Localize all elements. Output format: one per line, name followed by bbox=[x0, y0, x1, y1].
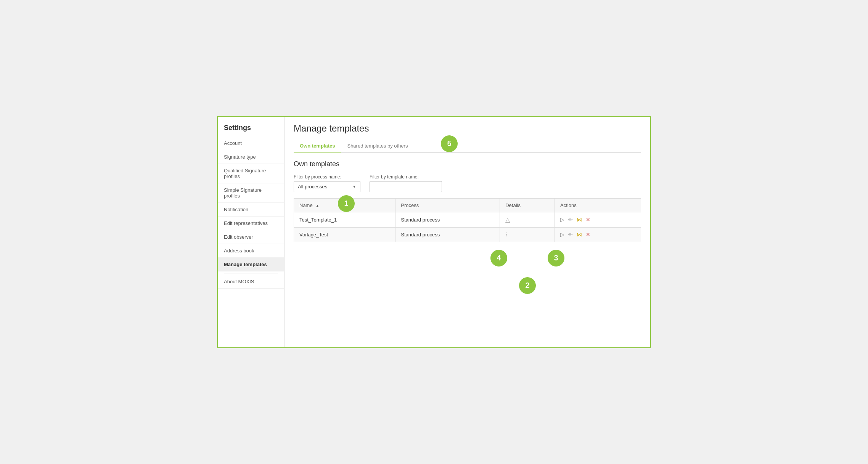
sidebar-item-edit-observer[interactable]: Edit observer bbox=[218, 230, 284, 244]
badge-5: 5 bbox=[441, 135, 458, 152]
sort-arrow-icon: ▲ bbox=[315, 204, 319, 208]
col-actions: Actions bbox=[555, 198, 641, 212]
filter-template-input[interactable] bbox=[370, 181, 442, 192]
sidebar-title: Settings bbox=[218, 122, 284, 136]
row1-delete-icon[interactable]: ✕ bbox=[586, 217, 590, 223]
badge-4: 4 bbox=[490, 250, 507, 267]
sidebar-item-manage-templates[interactable]: Manage templates bbox=[218, 258, 284, 271]
row2-play-icon[interactable]: ▷ bbox=[560, 231, 564, 238]
sidebar-item-signature-type[interactable]: Signature type bbox=[218, 150, 284, 164]
col-process: Process bbox=[395, 198, 500, 212]
row2-process: Standard process bbox=[395, 227, 500, 242]
row1-share-icon[interactable]: ⋈ bbox=[577, 217, 582, 223]
table-row: Vorlage_Test Standard process i ▷ ✏ ⋈ ✕ bbox=[294, 227, 641, 242]
sidebar-item-about-moxis[interactable]: About MOXIS bbox=[218, 275, 284, 289]
row2-edit-icon[interactable]: ✏ bbox=[568, 231, 573, 238]
row1-edit-icon[interactable]: ✏ bbox=[568, 217, 573, 223]
badge-1: 1 bbox=[338, 195, 355, 212]
page-title: Manage templates bbox=[294, 123, 641, 134]
sidebar: Settings Account Signature type Qualifie… bbox=[218, 117, 285, 347]
row1-play-icon[interactable]: ▷ bbox=[560, 217, 564, 223]
row1-process: Standard process bbox=[395, 212, 500, 227]
row2-name: Vorlage_Test bbox=[294, 227, 395, 242]
sidebar-item-notification[interactable]: Notification bbox=[218, 203, 284, 217]
filter-process-label: Filter by process name: bbox=[294, 174, 360, 180]
tab-shared-templates[interactable]: Shared templates by others bbox=[341, 140, 414, 153]
row1-name: Test_Template_1 bbox=[294, 212, 395, 227]
sidebar-item-edit-representatives[interactable]: Edit representatives bbox=[218, 217, 284, 230]
col-details: Details bbox=[500, 198, 555, 212]
row2-detail: i bbox=[500, 227, 555, 242]
badge-2: 2 bbox=[519, 277, 536, 294]
warning-icon: △ bbox=[505, 217, 510, 223]
sidebar-item-account[interactable]: Account bbox=[218, 136, 284, 150]
filter-process-value: All processes bbox=[298, 184, 327, 189]
row2-actions: ▷ ✏ ⋈ ✕ bbox=[555, 227, 641, 242]
chevron-down-icon: ▼ bbox=[352, 185, 356, 189]
main-content: 1 2 3 4 5 Manage templates Own templates… bbox=[285, 117, 650, 347]
table-row: Test_Template_1 Standard process △ ▷ ✏ ⋈… bbox=[294, 212, 641, 227]
filter-template-group: Filter by template name: bbox=[370, 174, 442, 192]
section-title: Own templates bbox=[294, 160, 641, 168]
filters-row: Filter by process name: All processes ▼ … bbox=[294, 174, 641, 192]
sidebar-item-address-book[interactable]: Address book bbox=[218, 244, 284, 258]
row2-share-icon[interactable]: ⋈ bbox=[577, 231, 582, 238]
badge-3: 3 bbox=[548, 250, 564, 267]
tabs: Own templates Shared templates by others bbox=[294, 140, 641, 153]
row1-detail: △ bbox=[500, 212, 555, 227]
filter-template-label: Filter by template name: bbox=[370, 174, 442, 180]
sidebar-item-qualified-signature[interactable]: Qualified Signature profiles bbox=[218, 164, 284, 183]
tab-own-templates[interactable]: Own templates bbox=[294, 140, 341, 153]
filter-process-group: Filter by process name: All processes ▼ bbox=[294, 174, 360, 192]
sidebar-item-simple-signature[interactable]: Simple Signature profiles bbox=[218, 183, 284, 203]
info-icon: i bbox=[505, 231, 507, 238]
filter-process-select[interactable]: All processes ▼ bbox=[294, 181, 360, 192]
row1-actions: ▷ ✏ ⋈ ✕ bbox=[555, 212, 641, 227]
row2-delete-icon[interactable]: ✕ bbox=[586, 231, 590, 238]
sidebar-divider bbox=[224, 273, 278, 273]
